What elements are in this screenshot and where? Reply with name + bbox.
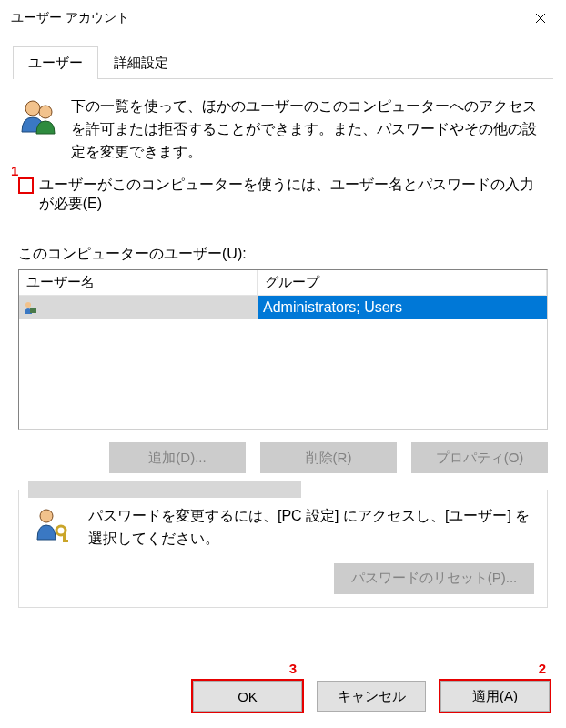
require-login-row: 1 ユーザーがこのコンピューターを使うには、ユーザー名とパスワードの入力が必要(… [13, 176, 553, 223]
col-header-username[interactable]: ユーザー名 [19, 270, 258, 295]
table-row[interactable]: Administrators; Users [19, 296, 547, 319]
list-header: ユーザー名 グループ [19, 270, 547, 296]
intro-section: 下の一覧を使って、ほかのユーザーのこのコンピューターへのアクセスを許可または拒否… [13, 96, 553, 176]
svg-point-4 [25, 302, 31, 308]
svg-rect-5 [30, 308, 36, 313]
password-text: パスワードを変更するには、[PC 設定] にアクセスし、[ユーザー] を選択して… [88, 505, 534, 551]
remove-user-button[interactable]: 削除(R) [260, 442, 397, 473]
cancel-button[interactable]: キャンセル [317, 681, 426, 712]
window-title: ユーザー アカウント [11, 10, 129, 26]
tab-users[interactable]: ユーザー [13, 46, 98, 79]
reset-password-button[interactable]: パスワードのリセット(P)... [334, 563, 534, 594]
user-accounts-dialog: ユーザー アカウント ユーザー 詳細設定 下の一覧を使って、ほかのユーザーのこの [0, 0, 566, 728]
user-row-icon [23, 300, 37, 315]
apply-button[interactable]: 適用(A) [440, 681, 550, 712]
cell-group: Administrators; Users [258, 296, 547, 319]
tab-bar: ユーザー 詳細設定 [13, 46, 553, 79]
user-list-label: このコンピューターのユーザー(U): [13, 223, 553, 269]
intro-text: 下の一覧を使って、ほかのユーザーのこのコンピューターへのアクセスを許可または拒否… [71, 96, 548, 163]
cell-username [19, 296, 258, 319]
require-login-checkbox[interactable] [18, 177, 34, 194]
annotation-3: 3 [289, 661, 297, 676]
close-button[interactable] [521, 4, 561, 33]
ok-button[interactable]: OK [193, 681, 302, 712]
annotation-1: 1 [11, 163, 18, 178]
properties-button[interactable]: プロパティ(O) [411, 442, 548, 473]
panel-header-redacted [28, 481, 301, 498]
require-login-label: ユーザーがこのコンピューターを使うには、ユーザー名とパスワードの入力が必要(E) [39, 176, 548, 214]
col-header-group[interactable]: グループ [258, 270, 547, 295]
svg-point-2 [25, 101, 40, 116]
svg-rect-9 [63, 540, 68, 542]
svg-point-6 [40, 510, 53, 522]
close-icon [535, 13, 546, 24]
user-key-icon [32, 505, 72, 545]
tab-advanced[interactable]: 詳細設定 [98, 46, 184, 79]
users-icon [18, 96, 58, 136]
dialog-footer: 3 2 OK キャンセル 適用(A) [0, 662, 566, 728]
password-panel: パスワードを変更するには、[PC 設定] にアクセスし、[ユーザー] を選択して… [18, 490, 548, 608]
add-user-button[interactable]: 追加(D)... [109, 442, 246, 473]
svg-point-3 [39, 106, 52, 118]
titlebar: ユーザー アカウント [0, 0, 566, 36]
annotation-2: 2 [539, 661, 546, 676]
user-listbox[interactable]: ユーザー名 グループ Administrators; Users [18, 269, 548, 430]
